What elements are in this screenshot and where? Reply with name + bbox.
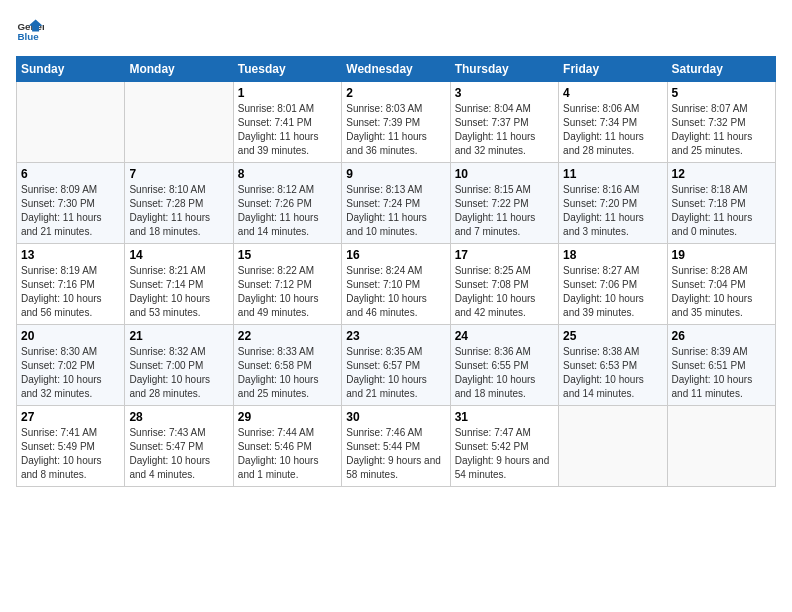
day-info: Sunrise: 8:30 AM Sunset: 7:02 PM Dayligh… bbox=[21, 345, 120, 401]
day-cell: 8Sunrise: 8:12 AM Sunset: 7:26 PM Daylig… bbox=[233, 163, 341, 244]
day-cell: 23Sunrise: 8:35 AM Sunset: 6:57 PM Dayli… bbox=[342, 325, 450, 406]
header-cell-tuesday: Tuesday bbox=[233, 57, 341, 82]
day-cell: 17Sunrise: 8:25 AM Sunset: 7:08 PM Dayli… bbox=[450, 244, 558, 325]
day-number: 17 bbox=[455, 248, 554, 262]
day-cell: 24Sunrise: 8:36 AM Sunset: 6:55 PM Dayli… bbox=[450, 325, 558, 406]
day-info: Sunrise: 7:47 AM Sunset: 5:42 PM Dayligh… bbox=[455, 426, 554, 482]
day-cell: 10Sunrise: 8:15 AM Sunset: 7:22 PM Dayli… bbox=[450, 163, 558, 244]
day-number: 2 bbox=[346, 86, 445, 100]
svg-text:Blue: Blue bbox=[17, 31, 39, 42]
day-cell: 20Sunrise: 8:30 AM Sunset: 7:02 PM Dayli… bbox=[17, 325, 125, 406]
day-info: Sunrise: 8:16 AM Sunset: 7:20 PM Dayligh… bbox=[563, 183, 662, 239]
day-info: Sunrise: 8:01 AM Sunset: 7:41 PM Dayligh… bbox=[238, 102, 337, 158]
day-info: Sunrise: 8:28 AM Sunset: 7:04 PM Dayligh… bbox=[672, 264, 771, 320]
day-info: Sunrise: 8:27 AM Sunset: 7:06 PM Dayligh… bbox=[563, 264, 662, 320]
day-number: 8 bbox=[238, 167, 337, 181]
day-number: 22 bbox=[238, 329, 337, 343]
logo-icon: General Blue bbox=[16, 16, 44, 44]
day-info: Sunrise: 8:39 AM Sunset: 6:51 PM Dayligh… bbox=[672, 345, 771, 401]
day-number: 21 bbox=[129, 329, 228, 343]
day-info: Sunrise: 8:03 AM Sunset: 7:39 PM Dayligh… bbox=[346, 102, 445, 158]
calendar-header: SundayMondayTuesdayWednesdayThursdayFrid… bbox=[17, 57, 776, 82]
day-cell: 3Sunrise: 8:04 AM Sunset: 7:37 PM Daylig… bbox=[450, 82, 558, 163]
week-row-5: 27Sunrise: 7:41 AM Sunset: 5:49 PM Dayli… bbox=[17, 406, 776, 487]
day-cell: 19Sunrise: 8:28 AM Sunset: 7:04 PM Dayli… bbox=[667, 244, 775, 325]
day-number: 24 bbox=[455, 329, 554, 343]
day-number: 16 bbox=[346, 248, 445, 262]
day-number: 15 bbox=[238, 248, 337, 262]
day-number: 31 bbox=[455, 410, 554, 424]
day-cell: 16Sunrise: 8:24 AM Sunset: 7:10 PM Dayli… bbox=[342, 244, 450, 325]
calendar-table: SundayMondayTuesdayWednesdayThursdayFrid… bbox=[16, 56, 776, 487]
day-cell: 4Sunrise: 8:06 AM Sunset: 7:34 PM Daylig… bbox=[559, 82, 667, 163]
header-cell-saturday: Saturday bbox=[667, 57, 775, 82]
day-info: Sunrise: 8:36 AM Sunset: 6:55 PM Dayligh… bbox=[455, 345, 554, 401]
day-info: Sunrise: 8:19 AM Sunset: 7:16 PM Dayligh… bbox=[21, 264, 120, 320]
day-cell bbox=[17, 82, 125, 163]
day-info: Sunrise: 8:33 AM Sunset: 6:58 PM Dayligh… bbox=[238, 345, 337, 401]
header-row: SundayMondayTuesdayWednesdayThursdayFrid… bbox=[17, 57, 776, 82]
day-cell: 30Sunrise: 7:46 AM Sunset: 5:44 PM Dayli… bbox=[342, 406, 450, 487]
day-number: 9 bbox=[346, 167, 445, 181]
day-number: 25 bbox=[563, 329, 662, 343]
day-cell: 5Sunrise: 8:07 AM Sunset: 7:32 PM Daylig… bbox=[667, 82, 775, 163]
week-row-1: 1Sunrise: 8:01 AM Sunset: 7:41 PM Daylig… bbox=[17, 82, 776, 163]
day-cell bbox=[125, 82, 233, 163]
day-info: Sunrise: 8:13 AM Sunset: 7:24 PM Dayligh… bbox=[346, 183, 445, 239]
day-cell: 26Sunrise: 8:39 AM Sunset: 6:51 PM Dayli… bbox=[667, 325, 775, 406]
day-info: Sunrise: 8:15 AM Sunset: 7:22 PM Dayligh… bbox=[455, 183, 554, 239]
day-info: Sunrise: 8:21 AM Sunset: 7:14 PM Dayligh… bbox=[129, 264, 228, 320]
day-cell: 2Sunrise: 8:03 AM Sunset: 7:39 PM Daylig… bbox=[342, 82, 450, 163]
day-cell: 14Sunrise: 8:21 AM Sunset: 7:14 PM Dayli… bbox=[125, 244, 233, 325]
day-info: Sunrise: 8:09 AM Sunset: 7:30 PM Dayligh… bbox=[21, 183, 120, 239]
day-info: Sunrise: 8:38 AM Sunset: 6:53 PM Dayligh… bbox=[563, 345, 662, 401]
day-cell: 12Sunrise: 8:18 AM Sunset: 7:18 PM Dayli… bbox=[667, 163, 775, 244]
day-number: 10 bbox=[455, 167, 554, 181]
week-row-3: 13Sunrise: 8:19 AM Sunset: 7:16 PM Dayli… bbox=[17, 244, 776, 325]
day-cell bbox=[559, 406, 667, 487]
day-cell: 6Sunrise: 8:09 AM Sunset: 7:30 PM Daylig… bbox=[17, 163, 125, 244]
day-cell: 7Sunrise: 8:10 AM Sunset: 7:28 PM Daylig… bbox=[125, 163, 233, 244]
header-cell-monday: Monday bbox=[125, 57, 233, 82]
day-info: Sunrise: 8:32 AM Sunset: 7:00 PM Dayligh… bbox=[129, 345, 228, 401]
day-info: Sunrise: 8:06 AM Sunset: 7:34 PM Dayligh… bbox=[563, 102, 662, 158]
day-info: Sunrise: 8:24 AM Sunset: 7:10 PM Dayligh… bbox=[346, 264, 445, 320]
day-number: 29 bbox=[238, 410, 337, 424]
day-info: Sunrise: 8:07 AM Sunset: 7:32 PM Dayligh… bbox=[672, 102, 771, 158]
header-cell-friday: Friday bbox=[559, 57, 667, 82]
day-number: 5 bbox=[672, 86, 771, 100]
day-cell: 25Sunrise: 8:38 AM Sunset: 6:53 PM Dayli… bbox=[559, 325, 667, 406]
day-info: Sunrise: 8:25 AM Sunset: 7:08 PM Dayligh… bbox=[455, 264, 554, 320]
day-info: Sunrise: 7:44 AM Sunset: 5:46 PM Dayligh… bbox=[238, 426, 337, 482]
header-cell-sunday: Sunday bbox=[17, 57, 125, 82]
week-row-2: 6Sunrise: 8:09 AM Sunset: 7:30 PM Daylig… bbox=[17, 163, 776, 244]
day-cell: 21Sunrise: 8:32 AM Sunset: 7:00 PM Dayli… bbox=[125, 325, 233, 406]
day-cell: 1Sunrise: 8:01 AM Sunset: 7:41 PM Daylig… bbox=[233, 82, 341, 163]
day-cell: 18Sunrise: 8:27 AM Sunset: 7:06 PM Dayli… bbox=[559, 244, 667, 325]
header-cell-thursday: Thursday bbox=[450, 57, 558, 82]
day-info: Sunrise: 8:10 AM Sunset: 7:28 PM Dayligh… bbox=[129, 183, 228, 239]
day-cell: 11Sunrise: 8:16 AM Sunset: 7:20 PM Dayli… bbox=[559, 163, 667, 244]
day-number: 30 bbox=[346, 410, 445, 424]
day-cell: 15Sunrise: 8:22 AM Sunset: 7:12 PM Dayli… bbox=[233, 244, 341, 325]
day-number: 19 bbox=[672, 248, 771, 262]
day-info: Sunrise: 8:04 AM Sunset: 7:37 PM Dayligh… bbox=[455, 102, 554, 158]
day-number: 6 bbox=[21, 167, 120, 181]
day-number: 12 bbox=[672, 167, 771, 181]
day-cell: 31Sunrise: 7:47 AM Sunset: 5:42 PM Dayli… bbox=[450, 406, 558, 487]
day-info: Sunrise: 8:18 AM Sunset: 7:18 PM Dayligh… bbox=[672, 183, 771, 239]
page-header: General Blue bbox=[16, 16, 776, 44]
day-info: Sunrise: 7:41 AM Sunset: 5:49 PM Dayligh… bbox=[21, 426, 120, 482]
day-info: Sunrise: 8:35 AM Sunset: 6:57 PM Dayligh… bbox=[346, 345, 445, 401]
day-cell: 27Sunrise: 7:41 AM Sunset: 5:49 PM Dayli… bbox=[17, 406, 125, 487]
day-cell: 28Sunrise: 7:43 AM Sunset: 5:47 PM Dayli… bbox=[125, 406, 233, 487]
day-number: 20 bbox=[21, 329, 120, 343]
calendar-body: 1Sunrise: 8:01 AM Sunset: 7:41 PM Daylig… bbox=[17, 82, 776, 487]
logo: General Blue bbox=[16, 16, 48, 44]
day-info: Sunrise: 7:43 AM Sunset: 5:47 PM Dayligh… bbox=[129, 426, 228, 482]
day-number: 11 bbox=[563, 167, 662, 181]
day-number: 26 bbox=[672, 329, 771, 343]
day-number: 4 bbox=[563, 86, 662, 100]
day-number: 27 bbox=[21, 410, 120, 424]
day-cell bbox=[667, 406, 775, 487]
